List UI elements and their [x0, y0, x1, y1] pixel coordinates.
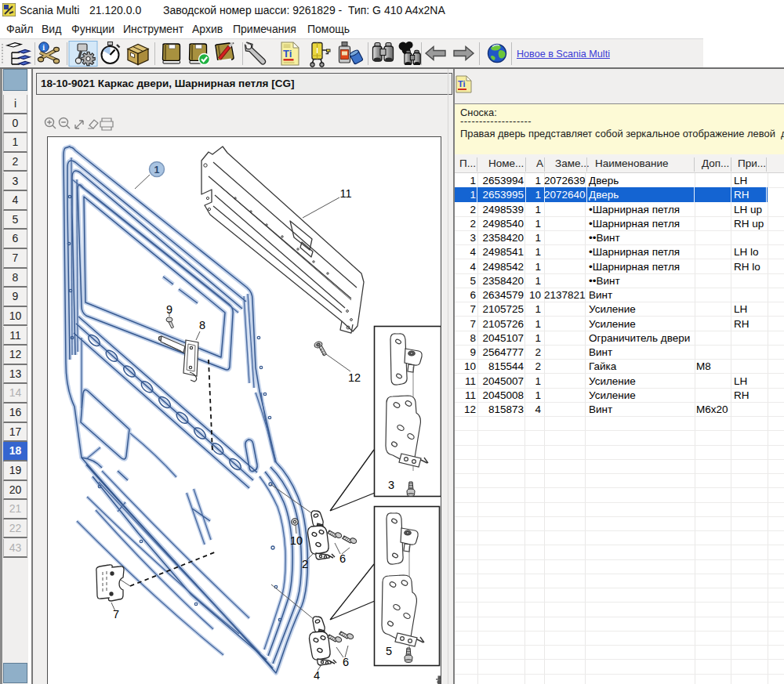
svg-text:8: 8	[199, 319, 205, 331]
svg-text:11: 11	[339, 187, 351, 200]
svg-text:Ti: Ti	[458, 79, 466, 89]
svg-text:Ti: Ti	[283, 48, 292, 60]
svg-text:6: 6	[339, 552, 346, 565]
svg-text:1: 1	[154, 165, 160, 176]
svg-text:6: 6	[343, 656, 349, 668]
svg-text:4: 4	[314, 669, 320, 682]
svg-text:10: 10	[290, 534, 303, 547]
svg-text:9: 9	[166, 303, 172, 316]
svg-text:12: 12	[348, 371, 361, 384]
svg-text:2: 2	[302, 558, 308, 570]
svg-text:i: i	[42, 43, 45, 52]
svg-text:7: 7	[113, 608, 119, 621]
svg-text:5: 5	[386, 645, 392, 657]
svg-text:3: 3	[388, 479, 394, 491]
